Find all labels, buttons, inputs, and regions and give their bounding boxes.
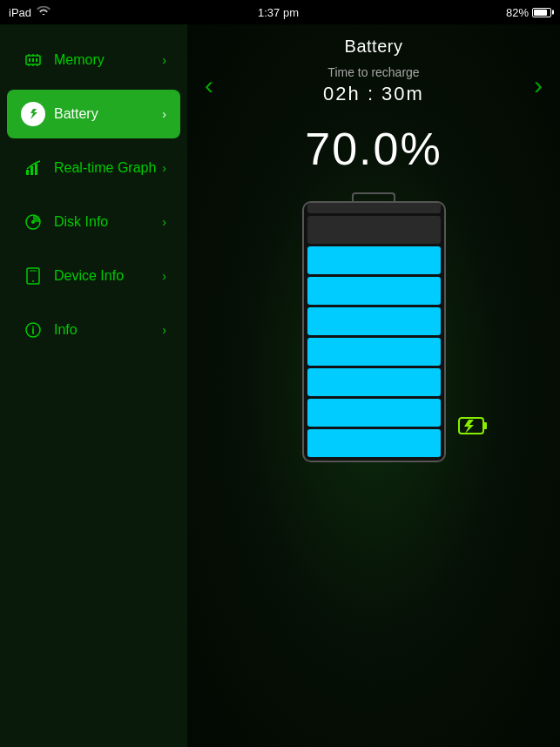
info-icon-sidebar: [21, 318, 45, 342]
svg-rect-22: [483, 422, 487, 429]
battery-segment-2: [307, 399, 441, 427]
content-area: Battery ‹ Time to recharge 02h : 30m › 7…: [187, 24, 560, 747]
battery-segment-7: [307, 246, 441, 274]
sidebar-label-battery: Battery: [54, 106, 162, 122]
chevron-disk: ›: [162, 215, 166, 229]
nav-row: ‹ Time to recharge 02h : 30m ›: [187, 65, 560, 105]
sidebar-label-realtime: Real-time Graph: [54, 160, 162, 176]
status-right: 82%: [506, 6, 551, 19]
battery-segment-4: [307, 338, 441, 366]
content-title: Battery: [345, 24, 403, 65]
svg-rect-1: [29, 58, 30, 62]
chevron-memory: ›: [162, 53, 166, 67]
sidebar-label-disk: Disk Info: [54, 214, 162, 230]
nav-arrow-right[interactable]: ›: [534, 71, 543, 100]
svg-rect-11: [30, 166, 33, 175]
svg-rect-12: [35, 164, 37, 175]
disk-icon: [21, 210, 45, 234]
svg-point-14: [31, 220, 35, 224]
status-bar: iPad 1:37 pm 82%: [0, 0, 560, 24]
graph-icon: [21, 156, 45, 180]
charging-icon: [458, 414, 489, 445]
recharge-info: Time to recharge 02h : 30m: [213, 65, 534, 105]
device-name: iPad: [9, 6, 31, 19]
svg-rect-2: [32, 58, 34, 62]
sidebar: Memory › Battery › Real-time Graph: [0, 24, 187, 747]
battery-segment-empty-1: [307, 201, 441, 213]
battery-segment-3: [307, 368, 441, 396]
battery-fill-status: [534, 10, 547, 16]
sidebar-label-info: Info: [54, 322, 162, 338]
battery-percentage: 70.0%: [305, 123, 442, 175]
battery-segment-1: [307, 429, 441, 457]
sidebar-item-device[interactable]: Device Info ›: [7, 252, 180, 300]
svg-rect-3: [36, 58, 37, 62]
device-icon: [21, 264, 45, 288]
status-left: iPad: [9, 6, 51, 19]
chevron-device: ›: [162, 269, 166, 283]
recharge-time: 02h : 30m: [213, 83, 534, 105]
memory-icon: [21, 48, 45, 72]
sidebar-label-device: Device Info: [54, 268, 162, 284]
status-time: 1:37 pm: [258, 6, 299, 19]
sidebar-item-battery[interactable]: Battery ›: [7, 90, 180, 138]
battery-segment-5: [307, 307, 441, 335]
sidebar-item-realtime[interactable]: Real-time Graph ›: [7, 144, 180, 192]
battery-body: [302, 201, 446, 462]
chevron-info: ›: [162, 323, 166, 337]
chevron-realtime: ›: [162, 161, 166, 175]
battery-status-icon: [532, 8, 551, 17]
chevron-battery: ›: [162, 107, 166, 121]
battery-segment-empty-2: [307, 216, 441, 244]
battery-visual: [302, 192, 446, 462]
sidebar-label-memory: Memory: [54, 52, 162, 68]
sidebar-item-info[interactable]: Info ›: [7, 306, 180, 354]
wifi-icon: [37, 6, 51, 19]
sidebar-item-disk[interactable]: Disk Info ›: [7, 198, 180, 246]
svg-point-16: [32, 280, 34, 282]
svg-rect-10: [26, 170, 29, 175]
battery-segment-6: [307, 277, 441, 305]
recharge-label: Time to recharge: [213, 65, 534, 79]
main-container: Memory › Battery › Real-time Graph: [0, 24, 560, 747]
svg-point-20: [32, 326, 34, 328]
sidebar-item-memory[interactable]: Memory ›: [7, 36, 180, 84]
battery-icon-sidebar: [21, 102, 45, 126]
battery-percent-status: 82%: [506, 6, 529, 19]
nav-arrow-left[interactable]: ‹: [205, 71, 213, 100]
